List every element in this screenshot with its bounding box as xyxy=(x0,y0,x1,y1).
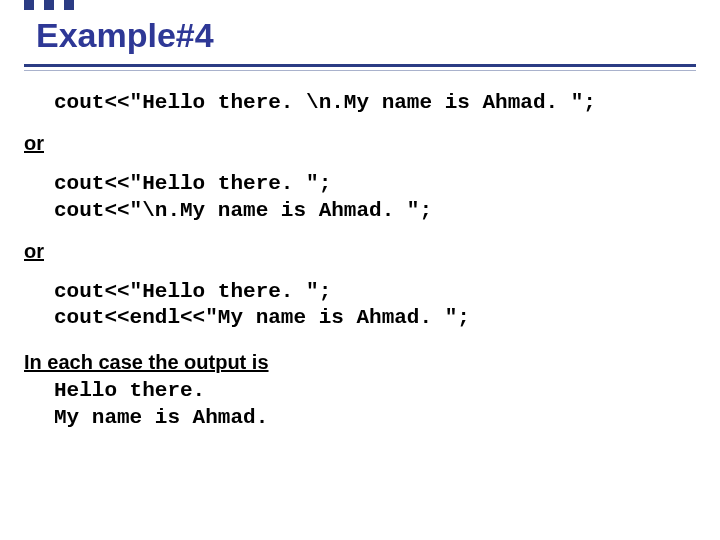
or-separator-1: or xyxy=(24,132,696,155)
code-block-3: cout<<"Hello there. "; cout<<endl<<"My n… xyxy=(54,279,696,332)
or-separator-2: or xyxy=(24,240,696,263)
title-rule xyxy=(24,64,696,67)
slide-body: cout<<"Hello there. \n.My name is Ahmad.… xyxy=(24,90,696,431)
code-block-1: cout<<"Hello there. \n.My name is Ahmad.… xyxy=(54,90,696,116)
top-accent-bar xyxy=(24,0,696,10)
code-block-2: cout<<"Hello there. "; cout<<"\n.My name… xyxy=(54,171,696,224)
output-text: Hello there. My name is Ahmad. xyxy=(54,378,696,431)
title-rule-thin xyxy=(24,70,696,71)
slide: Example#4 cout<<"Hello there. \n.My name… xyxy=(0,0,720,540)
slide-title: Example#4 xyxy=(36,16,214,55)
output-heading: In each case the output is xyxy=(24,351,696,374)
